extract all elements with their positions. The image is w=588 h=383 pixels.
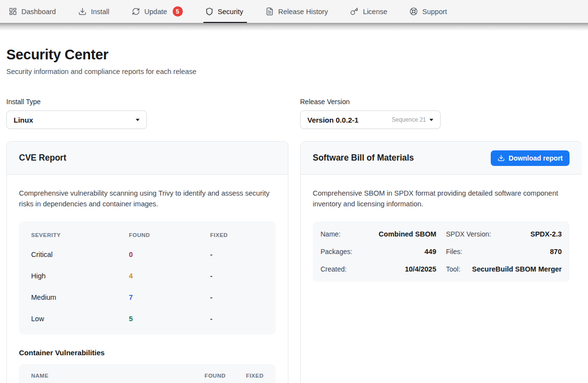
download-icon bbox=[78, 7, 87, 16]
lifebuoy-icon bbox=[410, 7, 418, 16]
meta-label: Name: bbox=[321, 230, 340, 238]
meta-value: 870 bbox=[550, 248, 562, 255]
tab-label: Update bbox=[144, 8, 167, 16]
tab-label: Release History bbox=[278, 8, 328, 16]
tab-license[interactable]: License bbox=[350, 0, 387, 23]
chevron-down-icon bbox=[429, 119, 433, 121]
tab-label: Security bbox=[218, 8, 243, 16]
meta-label: SPDX Version: bbox=[446, 230, 491, 238]
meta-label: Packages: bbox=[321, 248, 352, 255]
header-shadow-band bbox=[0, 23, 588, 31]
meta-value: SecureBuild SBOM Merger bbox=[472, 265, 562, 273]
sbom-card-title: Software Bill of Materials bbox=[313, 153, 414, 163]
table-row: Critical 0 - bbox=[19, 244, 276, 265]
container-vulnerabilities-section: Container Vulnerabilities NAME FOUND FIX… bbox=[19, 348, 276, 383]
severity-label: High bbox=[31, 272, 129, 280]
col-severity: SEVERITY bbox=[31, 232, 129, 238]
severity-label: Medium bbox=[31, 293, 129, 301]
cards-row: CVE Report Comprehensive vulnerability s… bbox=[6, 141, 582, 383]
install-type-field: Install Type Linux bbox=[6, 98, 288, 129]
install-type-value: Linux bbox=[14, 116, 136, 124]
meta-value: SPDX-2.3 bbox=[531, 230, 562, 238]
release-version-field: Release Version Version 0.0.2-1 Sequence… bbox=[300, 98, 582, 129]
cve-report-card: CVE Report Comprehensive vulnerability s… bbox=[6, 141, 288, 383]
col-found: FOUND bbox=[181, 373, 226, 379]
col-name: NAME bbox=[31, 373, 181, 379]
shield-icon bbox=[205, 7, 214, 16]
fixed-count: - bbox=[210, 293, 264, 301]
filters-row: Install Type Linux Release Version Versi… bbox=[6, 98, 582, 129]
install-type-label: Install Type bbox=[6, 98, 288, 106]
tab-label: Install bbox=[91, 8, 109, 16]
update-count-badge: 5 bbox=[173, 6, 183, 17]
list-item: Tool: SecureBuild SBOM Merger bbox=[446, 260, 562, 278]
fixed-count: - bbox=[210, 315, 264, 323]
meta-value: 449 bbox=[425, 248, 436, 255]
list-item: Name: Combined SBOM bbox=[321, 225, 436, 243]
found-count: 0 bbox=[129, 251, 210, 258]
download-report-label: Download report bbox=[509, 154, 563, 162]
container-table-header: NAME FOUND FIXED bbox=[19, 364, 276, 383]
download-report-button[interactable]: Download report bbox=[491, 150, 570, 166]
severity-table: SEVERITY FOUND FIXED Critical 0 - High 4… bbox=[19, 221, 276, 334]
sequence-text: Sequence 21 bbox=[392, 116, 426, 123]
dashboard-icon bbox=[9, 7, 17, 16]
table-row: High 4 - bbox=[19, 265, 276, 287]
severity-label: Critical bbox=[31, 251, 129, 258]
found-count: 4 bbox=[129, 272, 210, 280]
tab-update[interactable]: Update 5 bbox=[132, 0, 183, 23]
severity-table-header: SEVERITY FOUND FIXED bbox=[19, 226, 276, 244]
table-row: Medium 7 - bbox=[19, 287, 276, 308]
container-vulnerabilities-title: Container Vulnerabilities bbox=[19, 348, 276, 357]
key-icon bbox=[350, 7, 358, 16]
meta-label: Created: bbox=[321, 265, 347, 273]
sbom-description: Comprehensive SBOM in SPDX format provid… bbox=[313, 188, 570, 209]
tab-install[interactable]: Install bbox=[78, 0, 109, 23]
chevron-down-icon bbox=[136, 119, 140, 121]
tab-label: Support bbox=[422, 8, 447, 16]
document-icon bbox=[266, 7, 274, 16]
meta-value: Combined SBOM bbox=[379, 230, 436, 238]
tab-label: License bbox=[363, 8, 387, 16]
download-icon bbox=[498, 154, 505, 162]
cve-description: Comprehensive vulnerability scanning usi… bbox=[19, 188, 276, 209]
table-row: Low 5 - bbox=[19, 308, 276, 329]
col-fixed: FIXED bbox=[210, 232, 264, 238]
tab-dashboard[interactable]: Dashboard bbox=[9, 0, 56, 23]
meta-label: Files: bbox=[446, 248, 462, 255]
release-version-select[interactable]: Version 0.0.2-1 Sequence 21 bbox=[300, 110, 441, 129]
list-item: Packages: 449 bbox=[321, 243, 436, 260]
tab-support[interactable]: Support bbox=[410, 0, 447, 23]
release-version-value: Version 0.0.2-1 bbox=[307, 116, 392, 124]
sbom-metadata: Name: Combined SBOM SPDX Version: SPDX-2… bbox=[313, 221, 570, 282]
found-count: 5 bbox=[129, 315, 210, 323]
severity-label: Low bbox=[31, 315, 129, 323]
cve-card-title: CVE Report bbox=[19, 153, 66, 163]
sbom-card: Software Bill of Materials Download repo… bbox=[300, 141, 582, 383]
col-fixed: FIXED bbox=[226, 373, 264, 379]
refresh-icon bbox=[132, 7, 140, 16]
install-type-select[interactable]: Linux bbox=[6, 110, 147, 129]
col-found: FOUND bbox=[129, 232, 210, 238]
list-item: Files: 870 bbox=[446, 243, 562, 260]
release-version-label: Release Version bbox=[300, 98, 582, 106]
fixed-count: - bbox=[210, 272, 264, 280]
list-item: SPDX Version: SPDX-2.3 bbox=[446, 225, 562, 243]
page-subtitle: Security information and compliance repo… bbox=[6, 68, 582, 75]
fixed-count: - bbox=[210, 251, 264, 258]
tab-release-history[interactable]: Release History bbox=[266, 0, 328, 23]
sbom-card-header: Software Bill of Materials Download repo… bbox=[301, 142, 582, 175]
meta-value: 10/4/2025 bbox=[405, 265, 436, 273]
top-navbar: Dashboard Install Update 5 Security Rele… bbox=[0, 0, 588, 23]
cve-card-header: CVE Report bbox=[7, 142, 288, 175]
found-count: 7 bbox=[129, 293, 210, 301]
tab-security[interactable]: Security bbox=[205, 0, 243, 23]
meta-label: Tool: bbox=[446, 265, 461, 273]
tab-label: Dashboard bbox=[21, 8, 56, 16]
list-item: Created: 10/4/2025 bbox=[321, 260, 436, 278]
page-title: Security Center bbox=[6, 47, 582, 63]
